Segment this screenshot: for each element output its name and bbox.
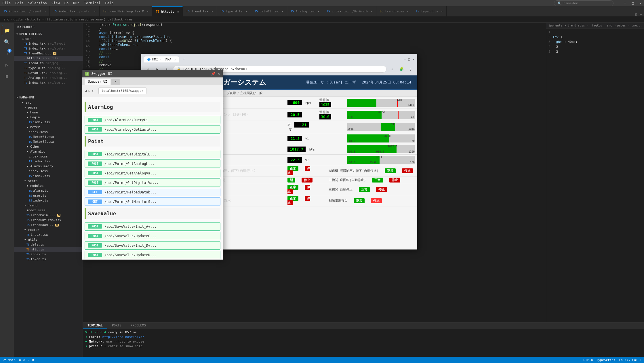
more-tabs-btn[interactable]: ⋯ [640,12,642,16]
tab-data01[interactable]: TS Data01.tsx ✕ [251,6,287,16]
swagger-back-btn[interactable]: ◀ [85,89,87,93]
open-editor-data01[interactable]: TS Data01.tsx src/pag... [14,71,83,75]
swagger-endpoint-querylist[interactable]: POST /api/AlarmLog/QueryLi... [85,116,220,124]
file-utils-index[interactable]: TS index.ts [14,252,83,257]
swagger-endpoint-initav[interactable]: POST /api/SaveValue/Init_Av... [85,222,220,231]
file-meter02[interactable]: TS Meter02.tsx [14,139,83,144]
folder-login[interactable]: ▾ Login [14,115,83,120]
warnings-status[interactable]: ⚠ 0 [28,358,34,362]
file-http[interactable]: TS http.ts [14,247,83,252]
swagger-endpoint-initdv[interactable]: POST /api/SaveValue/Init_Dv... [85,241,220,250]
swagger-endpoint-reloaddb[interactable]: GET /api/Point/ReloadDatab... [85,188,220,196]
browser-ext-btn[interactable]: 🧩 [397,65,405,73]
browser-menu-btn[interactable]: ⋮ [407,65,415,73]
file-index-tsx-login[interactable]: TS index.tsx [14,120,83,125]
swagger-endpoint-getanalogl[interactable]: POST /api/Point/GetAnalogL... [85,159,220,168]
tab-trend-scss[interactable]: SC trend.scss ✕ [376,6,412,16]
open-editor-trend[interactable]: TS Trend.ts src/pag... [14,61,83,66]
file-router-index[interactable]: TS index.tsx [14,232,83,237]
open-editors-group[interactable]: ▾ OPEN EDITORS [14,31,83,37]
tab-index-layout[interactable]: TS index.tsx …/layout ✕ [0,6,50,16]
file-alarmlog-scss[interactable]: index.scss [14,154,83,159]
folder-pages[interactable]: ▾ pages [14,105,83,110]
tab-typed[interactable]: TS type.d.ts ✕ [217,6,251,16]
file-alarm-ts[interactable]: TS alarm.ts [14,188,83,193]
swagger-endpoint-getanalogva[interactable]: POST /api/Point/GetAnalogVa... [85,169,220,177]
star-btn[interactable]: ☆ [388,65,396,73]
explorer-icon[interactable]: 📁 [2,25,12,35]
ports-tab[interactable]: PORTS [107,322,126,329]
close-btn[interactable]: ✕ [640,1,642,5]
file-trendmaint[interactable]: TS TrendMainT... M [14,213,83,218]
folder-alarmlog[interactable]: ▾ AlarmLog [14,149,83,154]
file-alarmsummary-tsx[interactable]: TS index.tsx [14,174,83,178]
file-defs[interactable]: TS defs.ts [14,242,83,247]
file-token[interactable]: TS token.ts [14,257,83,262]
menu-help[interactable]: Help [105,1,114,5]
open-editor-index-router[interactable]: TS index.tsx src/router [14,46,83,51]
file-index-scss-meter[interactable]: index.scss [14,130,83,134]
folder-store[interactable]: ▾ store [14,178,83,183]
folder-home[interactable]: ▾ Home [14,110,83,115]
encoding-status[interactable]: UTF-8 [583,358,593,362]
errors-status[interactable]: ⊗ 0 [19,358,25,362]
swagger-endpoint-updatec[interactable]: POST /api/SaveValue/UpdateC... [85,232,220,240]
tab-trendmaintemp[interactable]: TS TrendMainTemp.tsx M ✕ [100,6,153,16]
tab-analog[interactable]: TS Analog.tsx ✕ [287,6,323,16]
hmi-tab[interactable]: 🔷 HMI - HAMA ✕ [144,56,179,62]
swagger-forward-btn[interactable]: ▶ [88,89,90,93]
folder-alarmsummary[interactable]: ▾ AlarmSummary [14,164,83,169]
file-alarmlog-tsx[interactable]: TS index.tsx [14,159,83,164]
file-trendout[interactable]: TS TrendOutTemp.tsx [14,218,83,223]
swagger-endpoint-setmonitor[interactable]: GET /api/Point/SetMonitorS... [85,197,220,206]
file-alarmsummary-scss[interactable]: index.scss [14,169,83,174]
swagger-tab2[interactable]: × [111,79,120,85]
file-meter01[interactable]: TS Meter01.tsx [14,134,83,139]
tab-http[interactable]: TS http.ts ✕ [152,6,182,16]
search-activity-icon[interactable]: 🔍 [2,37,12,47]
folder-trend[interactable]: ▾ Trend [14,203,83,208]
file-user-ts[interactable]: TS user.ts [14,193,83,198]
swagger-close-btn[interactable]: ✕ [218,72,220,76]
language-status[interactable]: TypeScript [596,358,615,362]
terminal-tab[interactable]: TERMINAL [83,322,107,329]
menu-edit[interactable]: Edit [15,1,24,5]
problems-tab[interactable]: PROBLEMS [126,322,150,329]
folder-modules[interactable]: ▾ modules [14,183,83,188]
menu-run[interactable]: Run [73,1,79,5]
minimize-btn[interactable]: ─ [624,1,626,5]
browser-close[interactable]: ✕ [413,57,415,61]
menu-go[interactable]: Go [64,1,68,5]
browser-maximize[interactable]: □ [408,57,410,61]
tab-trend[interactable]: TS Trend.tsx ✕ [183,6,217,16]
maximize-btn[interactable]: □ [632,1,634,5]
folder-router[interactable]: ▾ router [14,227,83,232]
swagger-endpoint-getdigitall[interactable]: POST /api/Point/GetDigitalL... [85,150,220,158]
open-editor-index-layout[interactable]: TS index.tsx src/layout [14,41,83,46]
file-trend-scss[interactable]: index.scss [14,208,83,213]
folder-utils[interactable]: ▾ utils [14,237,83,242]
menu-selection[interactable]: Selection [28,1,47,5]
split-editor-btn[interactable]: ⧉ [635,12,637,16]
browser-minimize[interactable]: ─ [404,57,406,61]
debug-icon[interactable]: ▷ [2,60,12,70]
swagger-refresh-btn[interactable]: ↻ [92,89,94,93]
file-store-index-ts[interactable]: TS index.ts [14,198,83,203]
folder-meter[interactable]: ▾ Meter [14,125,83,130]
tab-index-bargraph[interactable]: TS index.tsx …/BarGraph ✕ [323,6,376,16]
swagger-main-tab[interactable]: Swagger UI [85,79,110,85]
swagger-endpoint-updated[interactable]: POST /api/SaveValue/UpdateD... [85,251,220,259]
swagger-endpoint-getdigitalva[interactable]: POST /api/Point/GetDigitalVa... [85,178,220,187]
hmi-tab-close[interactable]: ✕ [174,58,176,61]
open-editor-analog[interactable]: TS Analog.tsx src/pag... [14,75,83,80]
swagger-endpoint-getlast[interactable]: POST /api/AlarmLog/GetLastA... [85,125,220,134]
folder-src[interactable]: ▾ src [14,100,83,105]
open-editor-trendmain[interactable]: TS TrendMain... M [14,51,83,56]
open-editor-type[interactable]: TS type.d.ts src/pag... [14,66,83,71]
git-icon[interactable]: ⑃ 3 [2,48,12,58]
file-trendroom[interactable]: TS TrendRoom... M [14,223,83,227]
open-editor-http[interactable]: ✕ http.ts src/utils [14,56,83,61]
menu-file[interactable]: File [2,1,11,5]
tab-typed2[interactable]: TS type.d.ts ✕ [412,6,447,16]
extensions-icon[interactable]: ⊞ [2,71,12,81]
